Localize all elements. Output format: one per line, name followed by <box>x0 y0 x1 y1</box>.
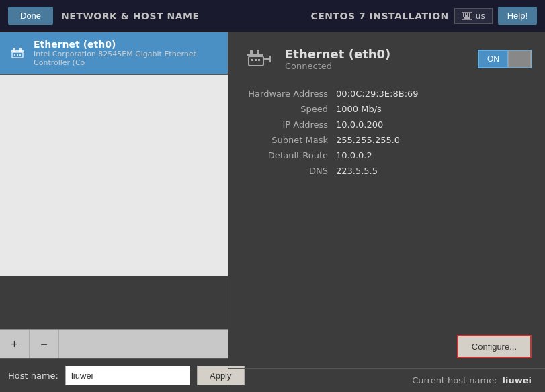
dns-row: DNS 223.5.5.5 <box>242 163 532 179</box>
dns-label: DNS <box>242 166 336 176</box>
svg-rect-6 <box>465 15 468 17</box>
current-hostname-label: Current host name: <box>412 375 497 385</box>
hostname-input[interactable] <box>65 366 190 385</box>
eth-icon-wrapper <box>242 43 274 75</box>
remove-device-button[interactable]: − <box>30 330 59 359</box>
svg-rect-3 <box>467 13 468 15</box>
list-controls: + − <box>0 329 228 358</box>
device-list-empty <box>0 75 228 276</box>
ethernet-icon <box>8 44 27 62</box>
ip-address-row: IP Address 10.0.0.200 <box>242 117 532 132</box>
device-info: Ethernet (eth0) Intel Corporation 82545E… <box>34 39 220 67</box>
device-icon <box>8 44 27 62</box>
svg-rect-2 <box>465 13 466 15</box>
hostname-bar: Host name: Apply <box>0 358 228 392</box>
subnet-mask-label: Subnet Mask <box>242 135 336 145</box>
main-content: Ethernet (eth0) Intel Corporation 82545E… <box>0 32 545 392</box>
svg-rect-17 <box>250 50 253 56</box>
speed-row: Speed 1000 Mb/s <box>242 101 532 117</box>
current-hostname-value: liuwei <box>503 375 532 385</box>
ethernet-detail-icon <box>243 44 273 74</box>
default-route-row: Default Route 10.0.0.2 <box>242 148 532 163</box>
device-item-eth0[interactable]: Ethernet (eth0) Intel Corporation 82545E… <box>0 32 228 75</box>
svg-rect-4 <box>469 13 470 15</box>
top-bar-left: Done NETWORK & HOST NAME <box>8 7 200 25</box>
configure-button[interactable]: Configure... <box>457 335 532 358</box>
hardware-address-row: Hardware Address 00:0C:29:3E:8B:69 <box>242 86 532 101</box>
toggle-off-button[interactable] <box>508 50 531 68</box>
current-hostname: Current host name: liuwei <box>228 368 545 392</box>
top-bar: Done NETWORK & HOST NAME CENTOS 7 INSTAL… <box>0 0 545 32</box>
svg-rect-18 <box>257 50 259 56</box>
svg-rect-15 <box>19 54 21 56</box>
network-details: Hardware Address 00:0C:29:3E:8B:69 Speed… <box>228 83 545 328</box>
svg-rect-14 <box>17 54 18 56</box>
hardware-address-label: Hardware Address <box>242 89 336 99</box>
speed-label: Speed <box>242 104 336 114</box>
svg-rect-11 <box>19 48 22 52</box>
left-panel: Ethernet (eth0) Intel Corporation 82545E… <box>0 32 228 392</box>
eth-toggle[interactable]: ON <box>478 50 532 68</box>
keyboard-icon <box>462 12 472 20</box>
ip-address-value: 10.0.0.200 <box>336 119 383 130</box>
device-desc: Intel Corporation 82545EM Gigabit Ethern… <box>34 50 220 67</box>
svg-rect-5 <box>463 15 464 17</box>
installation-title: CENTOS 7 INSTALLATION <box>310 11 448 21</box>
help-button[interactable]: Help! <box>498 7 537 25</box>
keyboard-widget[interactable]: us <box>454 8 493 24</box>
toggle-container[interactable]: ON <box>478 50 532 68</box>
configure-area: Configure... <box>228 328 545 368</box>
eth-header: Ethernet (eth0) Connected ON <box>228 32 545 83</box>
eth-name-block: Ethernet (eth0) Connected <box>285 47 390 71</box>
ip-address-label: IP Address <box>242 119 336 130</box>
hostname-label: Host name: <box>8 371 58 381</box>
top-bar-right: CENTOS 7 INSTALLATION us Help! <box>310 7 537 25</box>
add-device-button[interactable]: + <box>0 330 30 359</box>
svg-rect-22 <box>258 59 260 61</box>
subnet-mask-row: Subnet Mask 255.255.255.0 <box>242 132 532 148</box>
default-route-value: 10.0.0.2 <box>336 150 372 160</box>
svg-rect-10 <box>13 48 15 52</box>
device-name: Ethernet (eth0) <box>34 39 220 50</box>
svg-rect-1 <box>463 13 464 15</box>
svg-rect-20 <box>251 59 253 61</box>
default-route-label: Default Route <box>242 150 336 160</box>
done-button[interactable]: Done <box>8 7 53 25</box>
svg-rect-8 <box>464 17 470 19</box>
page-title: NETWORK & HOST NAME <box>61 11 199 21</box>
svg-rect-13 <box>14 54 15 56</box>
eth-device-name: Ethernet (eth0) <box>285 47 390 61</box>
keyboard-layout-label: us <box>476 11 485 21</box>
speed-value: 1000 Mb/s <box>336 104 382 114</box>
toggle-on-button[interactable]: ON <box>478 50 508 68</box>
device-list: Ethernet (eth0) Intel Corporation 82545E… <box>0 32 228 329</box>
hardware-address-value: 00:0C:29:3E:8B:69 <box>336 89 419 99</box>
dns-value: 223.5.5.5 <box>336 166 378 176</box>
eth-status: Connected <box>285 61 390 71</box>
subnet-mask-value: 255.255.255.0 <box>336 135 400 145</box>
right-panel: Ethernet (eth0) Connected ON Hardware Ad… <box>228 32 545 392</box>
svg-rect-21 <box>255 59 257 61</box>
svg-rect-7 <box>469 15 470 17</box>
